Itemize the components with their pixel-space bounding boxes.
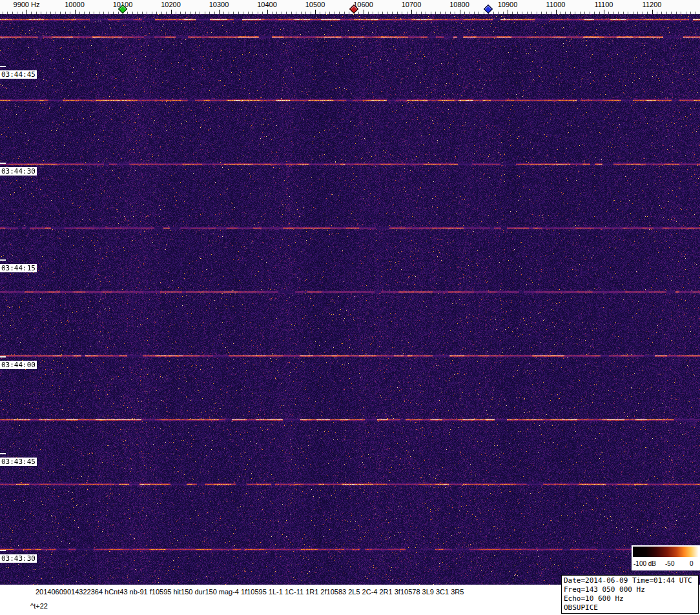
freq-major-tick xyxy=(219,10,220,14)
frequency-ruler: 9900 Hz100001010010200103001040010500106… xyxy=(0,0,700,14)
freq-tick-label: 10000 xyxy=(65,1,85,8)
time-label: 03:44:15 xyxy=(0,264,37,272)
freq-major-tick xyxy=(411,10,412,14)
freq-tick-label: 11000 xyxy=(546,1,566,8)
spectrogram-canvas xyxy=(0,14,700,585)
freq-major-tick xyxy=(171,10,172,14)
freq-major-tick xyxy=(315,10,316,14)
colorbar-label-mid: -50 xyxy=(665,560,674,567)
freq-tick-label: 10500 xyxy=(305,1,325,8)
freq-major-tick xyxy=(556,10,557,14)
colorbar-gradient xyxy=(633,547,699,557)
detection-text: 20140609014322364 hCnt43 nb-91 f10595 hi… xyxy=(36,588,464,596)
freq-tick-label: 10200 xyxy=(161,1,181,8)
freq-major-tick xyxy=(26,10,27,14)
freq-tick-label: 10700 xyxy=(402,1,422,8)
freq-tick-label: 11200 xyxy=(643,1,662,8)
colorbar-label-min: -100 dB xyxy=(633,560,656,567)
time-label: 03:44:45 xyxy=(0,70,37,79)
freq-major-tick xyxy=(604,10,604,14)
freq-tick-label: 10400 xyxy=(257,1,277,8)
colorbar-label-max: 0 xyxy=(690,560,694,567)
status-text: ^t+22 xyxy=(30,602,48,610)
time-label: 03:44:00 xyxy=(0,361,37,369)
freq-major-tick xyxy=(75,10,76,14)
info-echo-line: Echo=10 600 Hz xyxy=(564,594,696,603)
blue-freq-marker[interactable] xyxy=(484,5,493,14)
spectrogram-app: 9900 Hz100001010010200103001040010500106… xyxy=(0,0,700,615)
time-label: 03:44:30 xyxy=(0,167,37,176)
freq-major-tick xyxy=(267,10,268,14)
freq-tick-label: 10900 xyxy=(498,1,518,8)
freq-major-tick xyxy=(508,10,508,14)
info-freq-line: Freq=143 050 000 Hz xyxy=(564,585,696,594)
freq-major-tick xyxy=(460,10,460,14)
info-box: Date=2014-06-09 Time=01:44 UTC Freq=143 … xyxy=(561,575,699,614)
info-station-line: OBSUPICE xyxy=(564,603,696,612)
time-label: 03:43:45 xyxy=(0,458,37,466)
info-date-line: Date=2014-06-09 Time=01:44 UTC xyxy=(564,576,696,585)
freq-major-tick xyxy=(364,10,364,14)
freq-tick-label: 11100 xyxy=(595,1,613,8)
freq-tick-label: 10800 xyxy=(449,1,469,8)
time-label: 03:43:30 xyxy=(0,554,37,563)
freq-tick-label: 10300 xyxy=(209,1,229,8)
colorbar-labels: -100 dB -50 0 xyxy=(632,558,700,569)
freq-major-tick xyxy=(652,10,653,14)
colorbar: -100 dB -50 0 xyxy=(632,545,700,570)
freq-tick-label: 9900 Hz xyxy=(14,1,40,8)
